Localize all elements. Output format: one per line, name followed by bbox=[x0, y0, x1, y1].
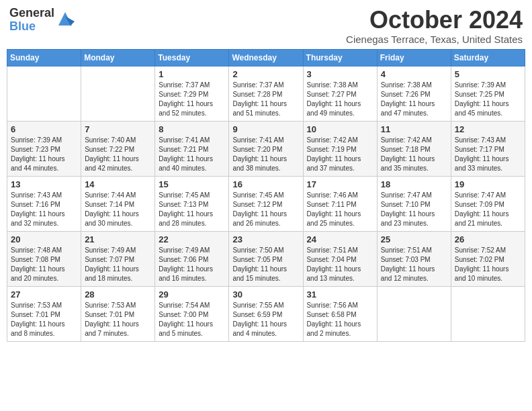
sunrise-text: Sunrise: 7:50 AM bbox=[232, 246, 283, 254]
page-header: General Blue October 2024 Cienegas Terra… bbox=[7, 7, 525, 45]
day-number: 10 bbox=[307, 124, 373, 134]
daylight-text: Daylight: 11 hours and 44 minutes. bbox=[11, 155, 65, 172]
sunset-text: Sunset: 7:26 PM bbox=[381, 91, 431, 98]
sunset-text: Sunset: 7:10 PM bbox=[381, 201, 431, 208]
weekday-header: Saturday bbox=[451, 49, 525, 66]
day-number: 5 bbox=[455, 69, 521, 79]
calendar-cell: 9 Sunrise: 7:41 AM Sunset: 7:20 PM Dayli… bbox=[229, 121, 303, 176]
calendar-cell: 12 Sunrise: 7:43 AM Sunset: 7:17 PM Dayl… bbox=[451, 121, 525, 176]
sunset-text: Sunset: 7:12 PM bbox=[232, 201, 282, 208]
day-info: Sunrise: 7:40 AM Sunset: 7:22 PM Dayligh… bbox=[85, 136, 151, 173]
calendar-cell: 29 Sunrise: 7:54 AM Sunset: 7:00 PM Dayl… bbox=[155, 286, 229, 341]
daylight-text: Daylight: 11 hours and 35 minutes. bbox=[381, 155, 435, 172]
day-info: Sunrise: 7:41 AM Sunset: 7:20 PM Dayligh… bbox=[232, 136, 299, 173]
daylight-text: Daylight: 11 hours and 45 minutes. bbox=[455, 100, 509, 117]
daylight-text: Daylight: 11 hours and 42 minutes. bbox=[85, 155, 139, 172]
sunset-text: Sunset: 7:19 PM bbox=[307, 146, 357, 153]
location-title: Cienegas Terrace, Texas, United States bbox=[346, 34, 523, 45]
daylight-text: Daylight: 11 hours and 25 minutes. bbox=[307, 210, 361, 227]
day-info: Sunrise: 7:45 AM Sunset: 7:12 PM Dayligh… bbox=[232, 191, 299, 228]
sunrise-text: Sunrise: 7:41 AM bbox=[232, 136, 283, 144]
calendar-cell: 2 Sunrise: 7:37 AM Sunset: 7:28 PM Dayli… bbox=[229, 66, 303, 121]
sunset-text: Sunset: 7:01 PM bbox=[11, 311, 60, 318]
daylight-text: Daylight: 11 hours and 40 minutes. bbox=[159, 155, 213, 172]
day-number: 31 bbox=[307, 289, 373, 300]
day-info: Sunrise: 7:46 AM Sunset: 7:11 PM Dayligh… bbox=[307, 191, 373, 228]
sunrise-text: Sunrise: 7:49 AM bbox=[85, 246, 136, 254]
calendar-cell: 4 Sunrise: 7:38 AM Sunset: 7:26 PM Dayli… bbox=[377, 66, 451, 121]
sunset-text: Sunset: 7:11 PM bbox=[307, 201, 357, 208]
sunrise-text: Sunrise: 7:48 AM bbox=[11, 246, 62, 254]
sunrise-text: Sunrise: 7:44 AM bbox=[85, 191, 136, 199]
day-info: Sunrise: 7:50 AM Sunset: 7:05 PM Dayligh… bbox=[232, 246, 299, 283]
calendar-week-row: 6 Sunrise: 7:39 AM Sunset: 7:23 PM Dayli… bbox=[7, 121, 525, 176]
day-info: Sunrise: 7:45 AM Sunset: 7:13 PM Dayligh… bbox=[159, 191, 225, 228]
day-info: Sunrise: 7:38 AM Sunset: 7:27 PM Dayligh… bbox=[307, 81, 373, 118]
sunset-text: Sunset: 6:59 PM bbox=[232, 311, 282, 318]
day-number: 6 bbox=[11, 124, 77, 134]
calendar-cell: 16 Sunrise: 7:45 AM Sunset: 7:12 PM Dayl… bbox=[229, 176, 303, 231]
day-number: 27 bbox=[11, 289, 77, 300]
sunrise-text: Sunrise: 7:42 AM bbox=[307, 136, 358, 144]
daylight-text: Daylight: 11 hours and 28 minutes. bbox=[159, 210, 213, 227]
sunrise-text: Sunrise: 7:47 AM bbox=[455, 191, 506, 199]
sunset-text: Sunset: 7:28 PM bbox=[232, 91, 282, 98]
sunrise-text: Sunrise: 7:40 AM bbox=[85, 136, 136, 144]
sunset-text: Sunset: 7:04 PM bbox=[307, 256, 357, 263]
calendar-cell: 31 Sunrise: 7:56 AM Sunset: 6:58 PM Dayl… bbox=[303, 286, 377, 341]
day-number: 23 bbox=[232, 234, 299, 244]
day-info: Sunrise: 7:56 AM Sunset: 6:58 PM Dayligh… bbox=[307, 301, 373, 338]
day-number: 9 bbox=[232, 124, 299, 134]
sunrise-text: Sunrise: 7:55 AM bbox=[232, 302, 283, 309]
day-number: 8 bbox=[159, 124, 225, 134]
calendar-cell: 6 Sunrise: 7:39 AM Sunset: 7:23 PM Dayli… bbox=[7, 121, 81, 176]
daylight-text: Daylight: 11 hours and 4 minutes. bbox=[232, 320, 287, 337]
weekday-header: Wednesday bbox=[229, 49, 303, 66]
day-number: 14 bbox=[85, 179, 151, 189]
sunrise-text: Sunrise: 7:39 AM bbox=[11, 136, 62, 144]
sunrise-text: Sunrise: 7:45 AM bbox=[159, 191, 210, 199]
day-number: 22 bbox=[159, 234, 225, 244]
calendar-cell: 10 Sunrise: 7:42 AM Sunset: 7:19 PM Dayl… bbox=[303, 121, 377, 176]
calendar-cell: 24 Sunrise: 7:51 AM Sunset: 7:04 PM Dayl… bbox=[303, 231, 377, 286]
calendar-cell: 13 Sunrise: 7:43 AM Sunset: 7:16 PM Dayl… bbox=[7, 176, 81, 231]
calendar-cell bbox=[7, 66, 81, 121]
sunrise-text: Sunrise: 7:43 AM bbox=[11, 191, 62, 199]
sunset-text: Sunset: 7:27 PM bbox=[307, 91, 357, 98]
sunset-text: Sunset: 6:58 PM bbox=[307, 311, 357, 318]
sunset-text: Sunset: 7:23 PM bbox=[11, 146, 60, 153]
sunset-text: Sunset: 7:25 PM bbox=[455, 91, 504, 98]
day-number: 29 bbox=[159, 289, 225, 300]
daylight-text: Daylight: 11 hours and 26 minutes. bbox=[232, 210, 287, 227]
sunset-text: Sunset: 7:03 PM bbox=[381, 256, 431, 263]
daylight-text: Daylight: 11 hours and 47 minutes. bbox=[381, 100, 435, 117]
weekday-header: Thursday bbox=[303, 49, 377, 66]
day-info: Sunrise: 7:48 AM Sunset: 7:08 PM Dayligh… bbox=[11, 246, 77, 283]
day-info: Sunrise: 7:49 AM Sunset: 7:07 PM Dayligh… bbox=[85, 246, 151, 283]
day-number: 1 bbox=[159, 69, 225, 79]
day-info: Sunrise: 7:43 AM Sunset: 7:16 PM Dayligh… bbox=[11, 191, 77, 228]
day-number: 25 bbox=[381, 234, 447, 244]
weekday-header: Sunday bbox=[7, 49, 81, 66]
daylight-text: Daylight: 11 hours and 2 minutes. bbox=[307, 320, 361, 337]
calendar-cell: 5 Sunrise: 7:39 AM Sunset: 7:25 PM Dayli… bbox=[451, 66, 525, 121]
day-number: 20 bbox=[11, 234, 77, 244]
calendar-cell bbox=[81, 66, 155, 121]
day-number: 15 bbox=[159, 179, 225, 189]
daylight-text: Daylight: 11 hours and 10 minutes. bbox=[455, 265, 509, 282]
sunrise-text: Sunrise: 7:51 AM bbox=[307, 246, 358, 254]
logo-blue-text: Blue bbox=[9, 20, 54, 34]
day-info: Sunrise: 7:41 AM Sunset: 7:21 PM Dayligh… bbox=[159, 136, 225, 173]
calendar-cell: 18 Sunrise: 7:47 AM Sunset: 7:10 PM Dayl… bbox=[377, 176, 451, 231]
calendar-week-row: 1 Sunrise: 7:37 AM Sunset: 7:29 PM Dayli… bbox=[7, 66, 525, 121]
calendar-cell: 1 Sunrise: 7:37 AM Sunset: 7:29 PM Dayli… bbox=[155, 66, 229, 121]
calendar-cell: 22 Sunrise: 7:49 AM Sunset: 7:06 PM Dayl… bbox=[155, 231, 229, 286]
day-info: Sunrise: 7:37 AM Sunset: 7:28 PM Dayligh… bbox=[232, 81, 299, 118]
day-info: Sunrise: 7:39 AM Sunset: 7:23 PM Dayligh… bbox=[11, 136, 77, 173]
day-info: Sunrise: 7:55 AM Sunset: 6:59 PM Dayligh… bbox=[232, 301, 299, 338]
sunrise-text: Sunrise: 7:52 AM bbox=[455, 246, 506, 254]
day-number: 3 bbox=[307, 69, 373, 79]
day-info: Sunrise: 7:37 AM Sunset: 7:29 PM Dayligh… bbox=[159, 81, 225, 118]
sunrise-text: Sunrise: 7:56 AM bbox=[307, 302, 358, 309]
day-info: Sunrise: 7:49 AM Sunset: 7:06 PM Dayligh… bbox=[159, 246, 225, 283]
